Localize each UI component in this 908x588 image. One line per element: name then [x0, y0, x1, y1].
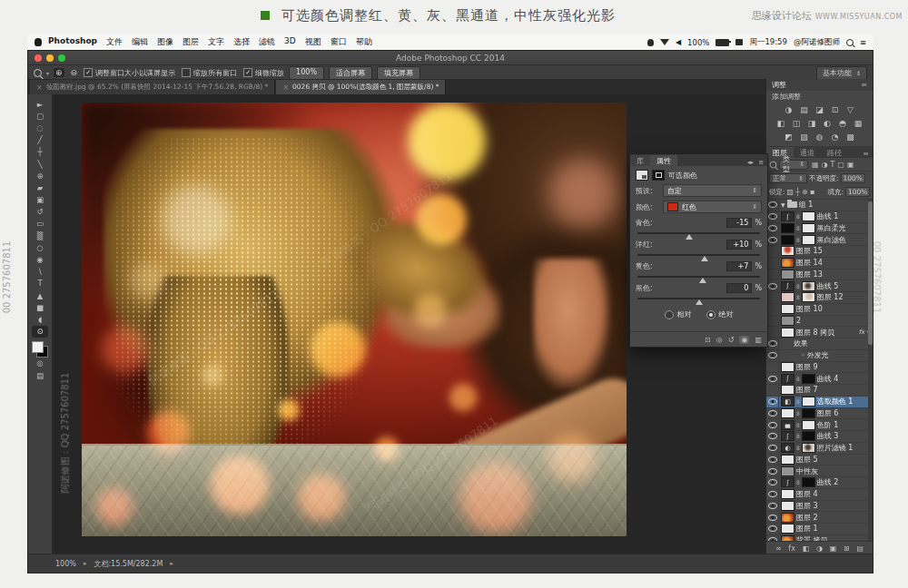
tab-通道[interactable]: 通道: [794, 147, 821, 158]
brightness-contrast-icon[interactable]: ◑: [781, 103, 796, 116]
quick-select-tool[interactable]: ╱: [32, 134, 48, 146]
layer-thumbnail[interactable]: [781, 270, 794, 279]
slider-thumb[interactable]: [701, 256, 708, 261]
layer-visibility-toggle[interactable]: [766, 431, 779, 442]
layer-thumbnail[interactable]: [781, 524, 794, 534]
menu-7[interactable]: 滤镜: [259, 36, 275, 48]
curves-icon[interactable]: ◪: [812, 103, 827, 116]
layer-thumbnail[interactable]: [781, 316, 794, 326]
delete-adjustment-icon[interactable]: ▥: [755, 336, 762, 344]
layer-row[interactable]: ʃ8曲线 2: [766, 477, 873, 489]
menu-5[interactable]: 文字: [208, 36, 224, 48]
lock-position-icon[interactable]: ┼: [795, 188, 800, 196]
link-layers-icon[interactable]: ∞: [775, 544, 782, 553]
panel-menu-icon[interactable]: ≡: [863, 150, 873, 158]
layer-visibility-toggle[interactable]: [766, 501, 779, 512]
layer-thumbnail[interactable]: [781, 466, 794, 476]
layer-row[interactable]: 8黑白柔光: [766, 223, 873, 235]
collapse-panel-icon[interactable]: ◂▸: [747, 159, 754, 166]
layer-row[interactable]: 图层 3: [766, 501, 873, 513]
eyedropper-tool[interactable]: ╲: [32, 158, 48, 170]
tab-properties[interactable]: 属性: [650, 155, 677, 166]
black-white-icon[interactable]: ◨: [804, 116, 820, 130]
layer-visibility-toggle[interactable]: [766, 211, 779, 222]
layer-visibility-toggle[interactable]: [766, 477, 779, 488]
layer-thumbnail[interactable]: [781, 455, 794, 465]
layer-row[interactable]: 8图层 12: [766, 292, 873, 304]
slider-value-input[interactable]: +10: [726, 240, 752, 250]
layer-row[interactable]: 8黑白滤色: [766, 234, 873, 246]
document-tab-0[interactable]: ×妆面教程.jpg @ 65.2% (屏幕快照 2014-12-15 下午7.5…: [30, 80, 275, 94]
vibrance-icon[interactable]: ▽: [843, 103, 858, 116]
adjustment-thumbnail[interactable]: ʃ: [781, 477, 794, 487]
layer-style-icon[interactable]: fx: [788, 544, 795, 553]
type-tool[interactable]: T: [32, 278, 48, 289]
adjustment-thumbnail[interactable]: ʃ: [781, 211, 794, 221]
layer-row[interactable]: 图层 8 拷贝fx ▾: [766, 327, 873, 338]
layer-visibility-toggle[interactable]: [766, 524, 779, 534]
slider-thumb[interactable]: [699, 278, 706, 283]
menu-11[interactable]: 帮助: [356, 36, 372, 48]
photo-filter-icon[interactable]: ◐: [820, 116, 835, 130]
document-image[interactable]: 阿诺修图：QQ 2757607811 阿诺修图：QQ 2757607811 阿诺…: [82, 103, 627, 536]
mask-thumbnail[interactable]: [802, 443, 815, 453]
crop-tool[interactable]: ┼: [32, 146, 48, 158]
layer-thumbnail[interactable]: [781, 385, 794, 395]
tab-library[interactable]: 库: [630, 155, 650, 166]
color-select[interactable]: 红色 ⇕: [663, 201, 762, 213]
layer-visibility-toggle[interactable]: [766, 512, 779, 523]
adjustment-thumbnail[interactable]: ʃ: [781, 431, 794, 441]
layer-visibility-toggle[interactable]: [766, 246, 779, 257]
blur-tool[interactable]: ○: [32, 241, 48, 253]
layer-row[interactable]: 图层 13: [766, 270, 873, 281]
layer-thumbnail[interactable]: [781, 408, 794, 418]
mask-thumbnail[interactable]: [802, 211, 815, 221]
filter-pixel-icon[interactable]: ▦: [812, 161, 819, 169]
tab-路径[interactable]: 路径: [821, 147, 848, 158]
collapse-caret-icon[interactable]: ▼: [781, 201, 785, 208]
new-adjustment-icon[interactable]: ◑: [816, 544, 823, 553]
filter-adjustment-icon[interactable]: ◑: [822, 161, 828, 169]
channel-mixer-icon[interactable]: ◓: [835, 116, 851, 130]
user-app-icon[interactable]: [647, 39, 654, 46]
layers-scrollbar[interactable]: [868, 200, 873, 541]
menubar-clock[interactable]: 周一19:59: [749, 37, 787, 48]
layer-visibility-toggle[interactable]: [766, 327, 779, 338]
option-checkbox-2[interactable]: ✓细微缩放: [243, 68, 284, 78]
fill-input[interactable]: 100%: [845, 187, 870, 197]
mask-thumbnail[interactable]: [802, 235, 815, 245]
apple-icon[interactable]: [35, 38, 42, 46]
screen-mode-icon[interactable]: ▤: [32, 369, 48, 381]
zoom-level-input[interactable]: 100%: [55, 560, 76, 568]
layer-row[interactable]: ◦外发光: [766, 350, 873, 362]
menu-9[interactable]: 视图: [305, 36, 321, 48]
hue-saturation-icon[interactable]: ◧: [774, 116, 789, 130]
preset-select[interactable]: 自定 ⇕: [663, 184, 762, 197]
delete-layer-icon[interactable]: ▤: [857, 544, 864, 553]
layer-row[interactable]: ▄8色阶 1: [766, 419, 873, 431]
option-button-0[interactable]: 100%: [289, 66, 324, 80]
opacity-input[interactable]: 100%: [841, 173, 865, 183]
filter-shape-icon[interactable]: ▢: [837, 161, 844, 169]
display-icon[interactable]: [735, 39, 743, 45]
layer-visibility-toggle[interactable]: [766, 200, 779, 211]
layer-row[interactable]: 图层 10: [766, 304, 873, 316]
wifi-icon[interactable]: [660, 39, 669, 45]
layer-visibility-toggle[interactable]: [766, 258, 779, 269]
radio-相对[interactable]: 相对: [665, 309, 692, 319]
layer-visibility-toggle[interactable]: [766, 280, 779, 291]
layer-visibility-toggle[interactable]: [766, 466, 779, 476]
selective-color-icon[interactable]: ◔: [827, 130, 843, 143]
layer-thumbnail[interactable]: [781, 235, 794, 245]
layer-visibility-toggle[interactable]: [766, 362, 779, 373]
layer-visibility-toggle[interactable]: [766, 397, 779, 407]
slider-track[interactable]: [637, 298, 760, 299]
mask-thumbnail[interactable]: [802, 408, 815, 418]
layer-thumbnail[interactable]: [781, 223, 794, 233]
mask-thumbnail[interactable]: [802, 397, 815, 407]
layer-thumbnail[interactable]: [781, 304, 794, 314]
move-tool[interactable]: ►: [32, 98, 48, 110]
shape-tool[interactable]: ■: [32, 301, 48, 313]
layer-visibility-toggle[interactable]: [766, 223, 779, 234]
adjustment-thumbnail[interactable]: ▄: [781, 420, 794, 430]
